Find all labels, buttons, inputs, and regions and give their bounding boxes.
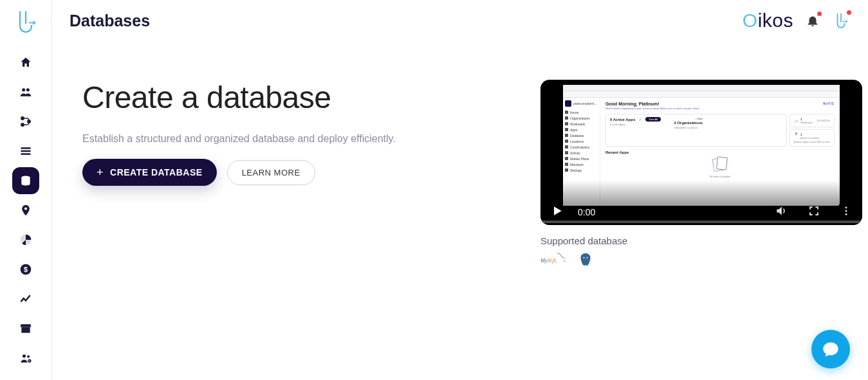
sidebar-item-billing[interactable]: $ xyxy=(12,256,39,283)
svg-rect-6 xyxy=(21,147,30,149)
main-content: Create a database Establish a structured… xyxy=(51,41,868,380)
svg-point-13 xyxy=(23,354,26,357)
svg-point-18 xyxy=(845,210,847,212)
sidebar-item-workloads[interactable] xyxy=(12,108,39,135)
svg-point-16 xyxy=(845,21,847,23)
account-icon[interactable] xyxy=(832,12,850,30)
preview-subtext: Here's what's happening in your account … xyxy=(605,107,835,110)
preview-new-label: + New xyxy=(696,117,703,120)
sidebar-item-apps[interactable] xyxy=(12,138,39,165)
video-fullscreen-button[interactable] xyxy=(808,205,820,219)
learn-more-label: LEARN MORE xyxy=(242,168,300,177)
video-play-button[interactable] xyxy=(551,204,564,220)
preview-no-items: No items available xyxy=(605,175,835,178)
svg-point-2 xyxy=(26,88,29,91)
preview-active-apps-sub: 0 active Apps xyxy=(610,123,661,126)
create-database-label: CREATE DATABASE xyxy=(110,167,203,177)
video-volume-button[interactable] xyxy=(775,204,788,220)
svg-point-5 xyxy=(27,120,30,123)
sidebar-item-databases[interactable] xyxy=(12,167,39,194)
app-logo[interactable] xyxy=(14,8,37,33)
video-time: 0:00 xyxy=(578,207,595,217)
svg-point-1 xyxy=(22,88,25,91)
svg-text:MySQL: MySQL xyxy=(540,258,557,264)
notifications-icon[interactable] xyxy=(805,13,820,28)
sidebar-item-members[interactable] xyxy=(12,345,39,372)
supported-database-label: Supported database xyxy=(540,235,862,246)
brand-label[interactable]: Oikos xyxy=(743,10,793,32)
svg-point-3 xyxy=(21,117,23,120)
video-preview-dashboard: platinumplanth... Home Organizations Wor… xyxy=(563,85,840,206)
svg-point-4 xyxy=(21,123,23,126)
notifications-badge xyxy=(817,12,822,16)
hero-title: Create a database xyxy=(82,80,515,115)
svg-rect-7 xyxy=(21,150,30,152)
svg-point-23 xyxy=(584,257,585,258)
sidebar-item-cost-analytics[interactable] xyxy=(12,226,39,253)
plus-icon: + xyxy=(97,167,104,178)
sidebar-item-settings[interactable] xyxy=(12,374,39,380)
preview-view-all: View All xyxy=(645,117,661,122)
header: Databases Oikos xyxy=(51,0,868,41)
preview-recent-apps: Recent Apps xyxy=(605,150,835,154)
brand-rest: ikos xyxy=(758,10,793,31)
sidebar-item-home[interactable] xyxy=(12,49,39,76)
video-progress-bar[interactable] xyxy=(540,221,862,223)
mysql-logo-icon: MySQL xyxy=(540,251,570,267)
page-title: Databases xyxy=(69,12,150,30)
sidebar: $ xyxy=(0,0,51,380)
preview-orgs-sub: 1 Available Locations xyxy=(674,126,703,129)
account-badge xyxy=(847,10,851,15)
video-more-button[interactable] xyxy=(840,205,852,219)
postgresql-logo-icon xyxy=(579,253,592,267)
preview-orgs: 4 Organizations xyxy=(674,121,703,125)
svg-rect-8 xyxy=(21,153,30,155)
learn-more-button[interactable]: LEARN MORE xyxy=(227,160,315,185)
svg-point-22 xyxy=(564,260,566,262)
svg-point-17 xyxy=(845,206,847,208)
svg-point-10 xyxy=(24,207,26,210)
sidebar-item-organizations[interactable] xyxy=(12,78,39,105)
sidebar-item-activity[interactable] xyxy=(12,285,39,312)
svg-text:$: $ xyxy=(23,266,27,273)
chat-support-button[interactable] xyxy=(811,330,850,368)
svg-point-24 xyxy=(587,257,588,258)
preview-user: platinumplanth... xyxy=(573,102,597,105)
svg-point-14 xyxy=(27,356,30,358)
preview-greeting: Good Morning, Platinum! xyxy=(605,102,835,106)
preview-brand: NIFE xyxy=(823,102,835,105)
svg-point-21 xyxy=(564,260,565,262)
intro-video[interactable]: platinumplanth... Home Organizations Wor… xyxy=(540,80,862,225)
svg-point-0 xyxy=(32,21,35,24)
create-database-button[interactable]: + CREATE DATABASE xyxy=(82,159,217,186)
preview-active-apps: 0 Active Apps xyxy=(610,118,635,122)
svg-point-19 xyxy=(845,213,847,215)
sidebar-item-marketplace[interactable] xyxy=(12,315,39,342)
hero-subtitle: Establish a structured and organized dat… xyxy=(82,133,515,145)
sidebar-item-locations[interactable] xyxy=(12,197,39,224)
brand-first-letter: O xyxy=(743,10,758,31)
